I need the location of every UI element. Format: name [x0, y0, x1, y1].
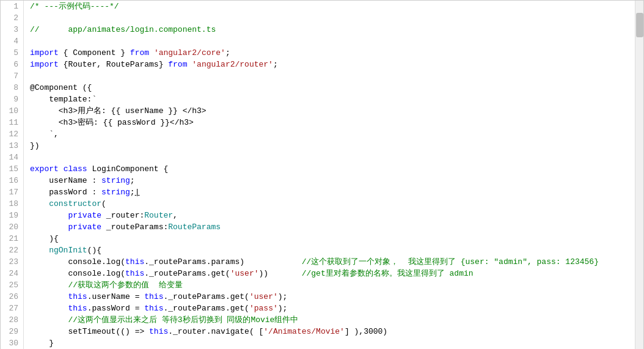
vertical-scrollbar[interactable]	[635, 1, 643, 349]
code-line: userName : string;	[30, 175, 635, 186]
code-line: this.passWord = this._routeParams.get('p…	[30, 303, 635, 314]
line-numbers: 1 2 3 4 5 6 7 8 9 10 11 12 13 14 15 16 1…	[1, 1, 24, 349]
code-line: //获取这两个参数的值 给变量	[30, 279, 635, 291]
code-line: <h3>密码: {{ passWord }}</h3>	[30, 117, 635, 128]
code-line: private _routeParams:RouteParams	[30, 221, 635, 233]
code-line: ){	[30, 233, 635, 244]
code-line	[30, 152, 635, 163]
code-line: @Component ({	[30, 82, 635, 94]
code-line: /* ---示例代码----*/	[30, 1, 635, 12]
code-line: console.log(this._routeParams.get('user'…	[30, 268, 635, 279]
code-line: ngOnInit(){	[30, 244, 635, 256]
code-line: setTimeout(() => this._router.navigate( …	[30, 326, 635, 337]
editor-container: 1 2 3 4 5 6 7 8 9 10 11 12 13 14 15 16 1…	[0, 0, 644, 349]
code-line: <h3>用户名: {{ userName }} </h3>	[30, 105, 635, 117]
code-area[interactable]: /* ---示例代码----*/ // app/animates/login.c…	[24, 1, 635, 349]
code-line: //这两个值显示出来之后 等待3秒后切换到 同级的Movie组件中	[30, 314, 635, 326]
code-line: this.userName = this._routeParams.get('u…	[30, 291, 635, 303]
code-line: `,	[30, 128, 635, 140]
code-line: }	[30, 337, 635, 349]
code-line: console.log(this._routeParams.params) //…	[30, 256, 635, 268]
code-line	[30, 70, 635, 82]
code-line	[30, 12, 635, 24]
code-line: passWord : string;|	[30, 186, 635, 198]
code-line: // app/animates/login.component.ts	[30, 24, 635, 35]
code-line: import { Component } from 'angular2/core…	[30, 47, 635, 59]
code-line: import {Router, RouteParams} from 'angul…	[30, 59, 635, 70]
code-line: template:`	[30, 94, 635, 105]
code-line: })	[30, 140, 635, 152]
code-line: export class LoginComponent {	[30, 163, 635, 175]
code-line	[30, 35, 635, 47]
code-line: constructor(	[30, 198, 635, 210]
code-line: private _router:Router,	[30, 210, 635, 221]
scrollbar-thumb[interactable]	[636, 13, 643, 37]
